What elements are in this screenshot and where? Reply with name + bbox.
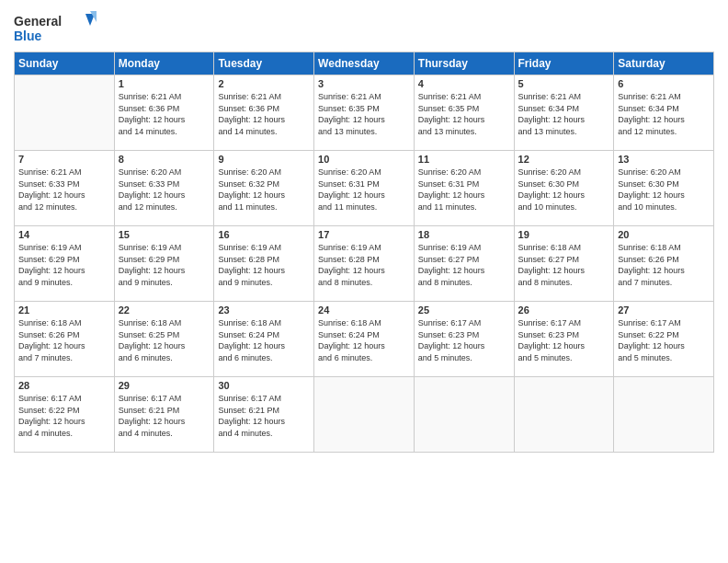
- calendar-cell: 27Sunrise: 6:17 AM Sunset: 6:22 PM Dayli…: [614, 302, 714, 377]
- calendar-cell: 4Sunrise: 6:21 AM Sunset: 6:35 PM Daylig…: [414, 75, 514, 151]
- weekday-friday: Friday: [514, 52, 614, 75]
- svg-text:Blue: Blue: [14, 29, 42, 43]
- day-info: Sunrise: 6:17 AM Sunset: 6:22 PM Dayligh…: [18, 393, 110, 439]
- day-info: Sunrise: 6:20 AM Sunset: 6:30 PM Dayligh…: [518, 167, 610, 213]
- calendar-week-1: 1Sunrise: 6:21 AM Sunset: 6:36 PM Daylig…: [15, 75, 714, 151]
- day-number: 14: [18, 229, 110, 240]
- weekday-header-row: SundayMondayTuesdayWednesdayThursdayFrid…: [15, 52, 714, 75]
- day-info: Sunrise: 6:21 AM Sunset: 6:36 PM Dayligh…: [119, 91, 210, 137]
- calendar-cell: 30Sunrise: 6:17 AM Sunset: 6:21 PM Dayli…: [214, 377, 314, 453]
- day-info: Sunrise: 6:20 AM Sunset: 6:31 PM Dayligh…: [318, 167, 410, 213]
- day-info: Sunrise: 6:19 AM Sunset: 6:27 PM Dayligh…: [418, 242, 510, 288]
- calendar-cell: 29Sunrise: 6:17 AM Sunset: 6:21 PM Dayli…: [114, 377, 214, 453]
- calendar-body: 1Sunrise: 6:21 AM Sunset: 6:36 PM Daylig…: [15, 75, 714, 453]
- day-number: 25: [418, 304, 510, 316]
- calendar-cell: 3Sunrise: 6:21 AM Sunset: 6:35 PM Daylig…: [314, 75, 415, 151]
- weekday-tuesday: Tuesday: [214, 52, 314, 75]
- weekday-monday: Monday: [114, 52, 214, 75]
- day-number: 17: [318, 229, 410, 240]
- day-number: 16: [218, 229, 310, 240]
- day-info: Sunrise: 6:20 AM Sunset: 6:32 PM Dayligh…: [218, 167, 310, 213]
- day-info: Sunrise: 6:18 AM Sunset: 6:25 PM Dayligh…: [119, 317, 210, 363]
- day-info: Sunrise: 6:21 AM Sunset: 6:34 PM Dayligh…: [518, 91, 610, 137]
- calendar-cell: 8Sunrise: 6:20 AM Sunset: 6:33 PM Daylig…: [114, 151, 214, 226]
- day-number: 15: [119, 229, 210, 240]
- day-info: Sunrise: 6:19 AM Sunset: 6:28 PM Dayligh…: [218, 242, 310, 288]
- day-info: Sunrise: 6:19 AM Sunset: 6:29 PM Dayligh…: [119, 242, 210, 288]
- day-number: 3: [318, 78, 410, 89]
- calendar-cell: [414, 377, 514, 453]
- day-info: Sunrise: 6:19 AM Sunset: 6:28 PM Dayligh…: [318, 242, 410, 288]
- calendar-cell: 12Sunrise: 6:20 AM Sunset: 6:30 PM Dayli…: [514, 151, 614, 226]
- day-number: 2: [218, 78, 310, 89]
- calendar-cell: [514, 377, 614, 453]
- calendar-table: SundayMondayTuesdayWednesdayThursdayFrid…: [14, 52, 714, 453]
- calendar-cell: [614, 377, 714, 453]
- day-number: 18: [418, 229, 510, 240]
- calendar-cell: 5Sunrise: 6:21 AM Sunset: 6:34 PM Daylig…: [514, 75, 614, 151]
- calendar-week-5: 28Sunrise: 6:17 AM Sunset: 6:22 PM Dayli…: [15, 377, 714, 453]
- day-number: 5: [518, 78, 610, 89]
- day-info: Sunrise: 6:18 AM Sunset: 6:26 PM Dayligh…: [618, 242, 710, 288]
- calendar-cell: 24Sunrise: 6:18 AM Sunset: 6:24 PM Dayli…: [314, 302, 415, 377]
- day-info: Sunrise: 6:21 AM Sunset: 6:35 PM Dayligh…: [318, 91, 410, 137]
- calendar-week-4: 21Sunrise: 6:18 AM Sunset: 6:26 PM Dayli…: [15, 302, 714, 377]
- calendar-cell: [314, 377, 415, 453]
- day-number: 23: [218, 304, 310, 316]
- calendar-cell: 11Sunrise: 6:20 AM Sunset: 6:31 PM Dayli…: [414, 151, 514, 226]
- day-number: 24: [318, 304, 410, 316]
- calendar-cell: 2Sunrise: 6:21 AM Sunset: 6:36 PM Daylig…: [214, 75, 314, 151]
- day-number: 22: [119, 304, 210, 316]
- calendar-cell: 16Sunrise: 6:19 AM Sunset: 6:28 PM Dayli…: [214, 226, 314, 302]
- calendar-cell: 15Sunrise: 6:19 AM Sunset: 6:29 PM Dayli…: [114, 226, 214, 302]
- svg-text:General: General: [14, 14, 62, 29]
- logo-svg: General Blue: [14, 9, 97, 46]
- day-info: Sunrise: 6:21 AM Sunset: 6:35 PM Dayligh…: [418, 91, 510, 137]
- day-number: 4: [418, 78, 510, 89]
- calendar-cell: 10Sunrise: 6:20 AM Sunset: 6:31 PM Dayli…: [314, 151, 415, 226]
- day-number: 8: [119, 154, 210, 165]
- day-number: 9: [218, 154, 310, 165]
- day-info: Sunrise: 6:21 AM Sunset: 6:34 PM Dayligh…: [618, 91, 710, 137]
- calendar-cell: 19Sunrise: 6:18 AM Sunset: 6:27 PM Dayli…: [514, 226, 614, 302]
- calendar-cell: 17Sunrise: 6:19 AM Sunset: 6:28 PM Dayli…: [314, 226, 415, 302]
- day-number: 10: [318, 154, 410, 165]
- day-info: Sunrise: 6:18 AM Sunset: 6:24 PM Dayligh…: [318, 317, 410, 363]
- calendar-cell: 9Sunrise: 6:20 AM Sunset: 6:32 PM Daylig…: [214, 151, 314, 226]
- day-number: 26: [518, 304, 610, 316]
- weekday-sunday: Sunday: [15, 52, 115, 75]
- day-number: 30: [218, 380, 310, 391]
- day-info: Sunrise: 6:17 AM Sunset: 6:23 PM Dayligh…: [418, 317, 510, 363]
- calendar-cell: 23Sunrise: 6:18 AM Sunset: 6:24 PM Dayli…: [214, 302, 314, 377]
- calendar-cell: 6Sunrise: 6:21 AM Sunset: 6:34 PM Daylig…: [614, 75, 714, 151]
- calendar-cell: 14Sunrise: 6:19 AM Sunset: 6:29 PM Dayli…: [15, 226, 115, 302]
- day-info: Sunrise: 6:17 AM Sunset: 6:21 PM Dayligh…: [119, 393, 210, 439]
- day-number: 28: [18, 380, 110, 391]
- day-number: 1: [119, 78, 210, 89]
- day-info: Sunrise: 6:18 AM Sunset: 6:24 PM Dayligh…: [218, 317, 310, 363]
- page-header: General Blue: [14, 9, 714, 46]
- day-number: 19: [518, 229, 610, 240]
- day-number: 11: [418, 154, 510, 165]
- day-info: Sunrise: 6:20 AM Sunset: 6:30 PM Dayligh…: [618, 167, 710, 213]
- day-number: 20: [618, 229, 710, 240]
- day-info: Sunrise: 6:20 AM Sunset: 6:33 PM Dayligh…: [119, 167, 210, 213]
- day-number: 12: [518, 154, 610, 165]
- day-info: Sunrise: 6:20 AM Sunset: 6:31 PM Dayligh…: [418, 167, 510, 213]
- calendar-cell: 26Sunrise: 6:17 AM Sunset: 6:23 PM Dayli…: [514, 302, 614, 377]
- calendar-cell: 20Sunrise: 6:18 AM Sunset: 6:26 PM Dayli…: [614, 226, 714, 302]
- day-info: Sunrise: 6:21 AM Sunset: 6:33 PM Dayligh…: [18, 167, 110, 213]
- calendar-cell: 7Sunrise: 6:21 AM Sunset: 6:33 PM Daylig…: [15, 151, 115, 226]
- day-info: Sunrise: 6:18 AM Sunset: 6:26 PM Dayligh…: [18, 317, 110, 363]
- calendar-cell: 1Sunrise: 6:21 AM Sunset: 6:36 PM Daylig…: [114, 75, 214, 151]
- day-info: Sunrise: 6:21 AM Sunset: 6:36 PM Dayligh…: [218, 91, 310, 137]
- calendar-cell: [15, 75, 115, 151]
- day-number: 7: [18, 154, 110, 165]
- weekday-wednesday: Wednesday: [314, 52, 415, 75]
- weekday-saturday: Saturday: [614, 52, 714, 75]
- calendar-cell: 13Sunrise: 6:20 AM Sunset: 6:30 PM Dayli…: [614, 151, 714, 226]
- day-number: 13: [618, 154, 710, 165]
- calendar-cell: 25Sunrise: 6:17 AM Sunset: 6:23 PM Dayli…: [414, 302, 514, 377]
- calendar-cell: 18Sunrise: 6:19 AM Sunset: 6:27 PM Dayli…: [414, 226, 514, 302]
- calendar-cell: 22Sunrise: 6:18 AM Sunset: 6:25 PM Dayli…: [114, 302, 214, 377]
